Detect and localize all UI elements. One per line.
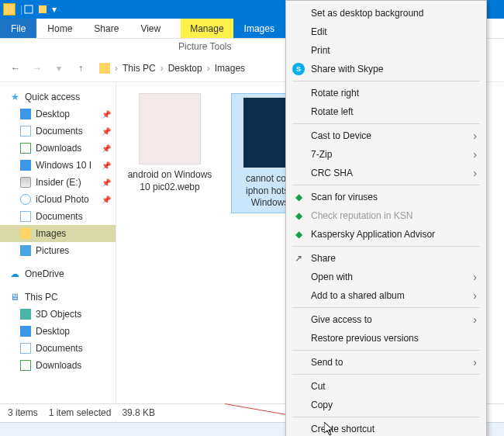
file-item[interactable]: android on Windows 10 pic02.webp [127, 93, 212, 193]
desk-icon [20, 326, 31, 337]
status-selected: 1 item selected [49, 407, 112, 418]
sidebar-item[interactable]: Insider (E:)📌 [0, 174, 116, 191]
sidebar-item-label: Images [36, 228, 66, 239]
pin-icon: 📌 [102, 110, 111, 119]
sidebar-item[interactable]: Downloads📌 [0, 140, 116, 157]
sidebar-item[interactable]: Pictures [0, 242, 116, 259]
status-count: 3 items [8, 407, 38, 418]
menu-item[interactable]: Set as desktop background [286, 4, 486, 22]
menu-item[interactable]: ◆Scan for viruses [286, 188, 486, 206]
menu-separator [292, 81, 480, 81]
menu-item[interactable]: Create shortcut [286, 420, 486, 436]
chevron-right-icon: › [115, 63, 118, 74]
qat-icon[interactable] [24, 5, 33, 14]
menu-item[interactable]: 7-Zip› [286, 145, 486, 164]
sidebar-item-label: Desktop [36, 326, 70, 337]
sidebar-label: OneDrive [25, 268, 64, 279]
menu-item[interactable]: Send to› [286, 353, 486, 372]
menu-item[interactable]: CRC SHA› [286, 164, 486, 182]
menu-item[interactable]: Rotate right [286, 84, 486, 102]
shield-icon: ◆ [292, 191, 305, 203]
chevron-right-icon: › [161, 63, 164, 74]
tab-file[interactable]: File [0, 19, 36, 38]
sidebar-quick-access[interactable]: ★Quick access [0, 88, 116, 106]
menu-item-label: Rotate right [311, 88, 359, 99]
chevron-right-icon: › [473, 289, 477, 302]
sidebar-item[interactable]: Documents [0, 340, 116, 357]
back-button[interactable]: ← [8, 61, 23, 76]
tab-view[interactable]: View [129, 19, 171, 38]
sidebar-label: This PC [25, 292, 58, 303]
file-name: android on Windows 10 pic02.webp [127, 169, 212, 193]
breadcrumb-item[interactable]: Images [215, 63, 245, 74]
sidebar-item[interactable]: iCloud Photo📌 [0, 191, 116, 208]
menu-item-label: Copy [311, 400, 333, 410]
menu-item-label: Cut [311, 381, 326, 392]
tab-context-images[interactable]: Images [233, 19, 285, 38]
menu-item[interactable]: Open with› [286, 268, 486, 286]
pin-icon: 📌 [102, 161, 111, 170]
pin-icon: 📌 [102, 196, 111, 204]
breadcrumb[interactable]: › This PC › Desktop › Images [99, 63, 245, 74]
menu-separator [292, 185, 480, 185]
menu-item[interactable]: Give access to› [286, 310, 486, 329]
menu-separator [292, 123, 480, 124]
dl-icon [20, 143, 31, 154]
sidebar-item[interactable]: Images [0, 225, 116, 242]
sidebar-item[interactable]: Desktop📌 [0, 106, 116, 123]
menu-item[interactable]: Cast to Device› [286, 126, 486, 145]
breadcrumb-item[interactable]: This PC [123, 63, 156, 74]
chevron-right-icon: › [207, 63, 210, 74]
chevron-right-icon: › [473, 356, 477, 369]
sidebar-item-label: Insider (E:) [36, 177, 81, 188]
sidebar-item[interactable]: Documents [0, 208, 116, 225]
tab-share[interactable]: Share [83, 19, 129, 38]
sidebar-item[interactable]: Desktop [0, 323, 116, 340]
sidebar-item[interactable]: Windows 10 I📌 [0, 157, 116, 174]
sidebar-item[interactable]: Downloads [0, 357, 116, 374]
menu-item[interactable]: Restore previous versions [286, 329, 486, 348]
menu-item-label: Create shortcut [311, 424, 375, 434]
up-button[interactable]: ↑ [73, 61, 88, 76]
menu-separator [292, 417, 480, 417]
menu-item: ◆Check reputation in KSN [286, 206, 486, 225]
pic-icon [20, 245, 31, 256]
sidebar-item[interactable]: Documents📌 [0, 123, 116, 140]
forward-button[interactable]: → [29, 61, 45, 76]
menu-item[interactable]: SShare with Skype [286, 60, 486, 78]
menu-item[interactable]: Add to a shared album› [286, 286, 486, 305]
sidebar-item-label: Documents [36, 343, 83, 354]
menu-item[interactable]: ↗Share [286, 249, 486, 268]
sidebar-item-label: iCloud Photo [36, 194, 89, 205]
menu-item-label: Share with Skype [311, 64, 383, 74]
status-size: 39.8 KB [122, 407, 155, 418]
sidebar-this-pc[interactable]: 🖥This PC [0, 289, 116, 306]
menu-item[interactable]: Print [286, 41, 486, 60]
svg-rect-1 [39, 5, 47, 13]
tab-manage[interactable]: Manage [181, 19, 233, 38]
recent-dropdown-icon[interactable]: ▾ [51, 61, 67, 76]
tab-home[interactable]: Home [36, 19, 83, 38]
menu-item[interactable]: ◆Kaspersky Application Advisor [286, 225, 486, 244]
menu-separator [292, 307, 480, 308]
dl-icon [20, 360, 31, 371]
menu-item[interactable]: Rotate left [286, 102, 486, 121]
breadcrumb-item[interactable]: Desktop [168, 63, 202, 74]
menu-item[interactable]: Copy [286, 396, 486, 414]
svg-rect-0 [25, 5, 33, 13]
qat-icon[interactable] [38, 5, 47, 14]
menu-item[interactable]: Edit [286, 22, 486, 41]
menu-item-label: Kaspersky Application Advisor [311, 229, 435, 240]
qat-dropdown-icon[interactable]: ▾ [52, 4, 57, 15]
chevron-right-icon: › [473, 271, 477, 283]
sidebar-item[interactable]: 3D Objects [0, 306, 116, 323]
folder-app-icon [3, 3, 16, 16]
sidebar-item-label: Downloads [36, 143, 81, 154]
menu-item-label: Open with [311, 272, 353, 282]
menu-item-label: Send to [311, 357, 343, 368]
menu-item-label: Rotate left [311, 106, 354, 117]
menu-item-label: Edit [311, 26, 327, 37]
menu-item[interactable]: Cut [286, 377, 486, 396]
sidebar-onedrive[interactable]: ☁OneDrive [0, 265, 116, 282]
sidebar-item-label: Windows 10 I [36, 160, 91, 171]
